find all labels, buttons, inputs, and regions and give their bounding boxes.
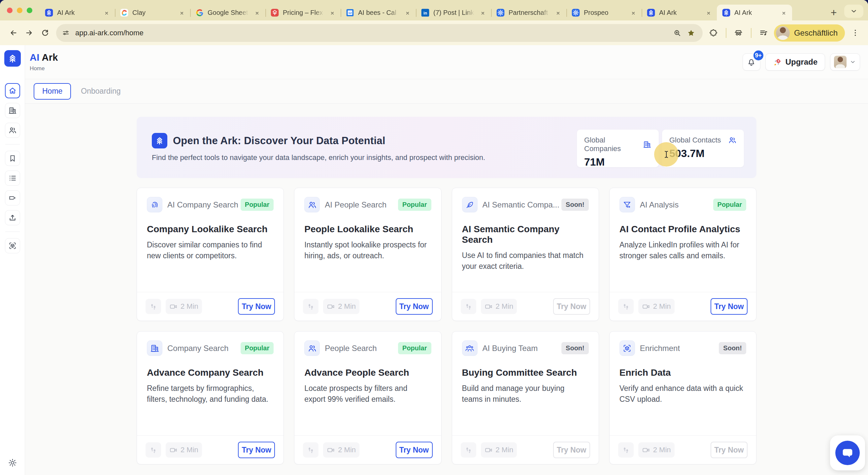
close-tab-icon[interactable] xyxy=(629,8,638,17)
sidebar-item-settings[interactable] xyxy=(5,455,20,470)
browser-menu-button[interactable] xyxy=(847,25,863,40)
reload-button[interactable] xyxy=(37,25,53,41)
sidebar-item-contacts[interactable] xyxy=(5,123,20,138)
reload-icon xyxy=(40,28,50,37)
back-button[interactable] xyxy=(5,25,21,41)
close-tab-icon[interactable] xyxy=(554,8,562,17)
chat-bubble-circle xyxy=(835,441,860,465)
home-icon xyxy=(8,87,17,95)
sidebar-item-companies[interactable] xyxy=(5,103,20,118)
tab-partnerschaft[interactable]: Partnerschaft xyxy=(491,5,566,21)
puzzle-icon xyxy=(709,28,718,37)
browser-profile-chip[interactable]: Geschäftlich xyxy=(774,24,845,41)
tool-card-description: Verify and enhance data with a quick CSV… xyxy=(619,383,746,405)
stat-value: 71M xyxy=(584,156,651,168)
media-controls-button[interactable] xyxy=(756,25,771,40)
extensions-button[interactable] xyxy=(706,25,721,40)
new-tab-button[interactable]: + xyxy=(826,5,842,21)
close-tab-icon[interactable] xyxy=(478,8,487,17)
footsteps-icon xyxy=(307,303,315,311)
account-menu-button[interactable] xyxy=(830,54,860,71)
site-info-button[interactable] xyxy=(59,26,72,40)
sidebar-item-enrichment[interactable] xyxy=(5,238,20,253)
tab-clay[interactable]: Clay xyxy=(115,5,190,21)
minimize-window-button[interactable] xyxy=(17,8,23,13)
tab-ai-ark[interactable]: AI Ark xyxy=(642,5,717,21)
tool-card-title: Advance People Search xyxy=(304,368,431,378)
bookmark-page-button[interactable] xyxy=(684,26,698,40)
tab-ai-ark-active[interactable]: AI Ark xyxy=(717,5,792,21)
flex-fav-icon xyxy=(270,8,279,17)
tab-prospeo[interactable]: Prospeo xyxy=(566,5,642,21)
close-tab-icon[interactable] xyxy=(328,8,337,17)
close-tab-icon[interactable] xyxy=(403,8,412,17)
try-now-button[interactable]: Try Now xyxy=(711,298,747,315)
sidebar-item-tags[interactable] xyxy=(5,190,20,205)
breadcrumb: Home xyxy=(30,65,58,72)
sidebar-item-home[interactable] xyxy=(5,83,20,98)
zoom-page-button[interactable] xyxy=(670,26,684,40)
try-now-button[interactable]: Try Now xyxy=(553,442,590,458)
sidebar-item-bookmarks[interactable] xyxy=(5,151,20,166)
upgrade-button[interactable]: Upgrade xyxy=(765,54,825,71)
fingerprint-icon xyxy=(147,197,162,213)
notifications-button[interactable]: 9+ xyxy=(743,54,761,71)
close-tab-icon[interactable] xyxy=(780,8,788,17)
video-icon xyxy=(642,303,650,311)
tool-card-title: Buying Committee Search xyxy=(462,368,589,378)
cursor-highlight xyxy=(654,142,679,166)
try-now-button[interactable]: Try Now xyxy=(396,442,433,458)
address-bar[interactable]: app.ai-ark.com/home xyxy=(56,24,703,42)
tab-onboarding[interactable]: Onboarding xyxy=(81,87,121,96)
cube-scan-icon xyxy=(619,340,635,356)
sidebar-divider xyxy=(5,231,20,232)
chat-widget-button[interactable] xyxy=(830,435,865,470)
ark-fav-icon xyxy=(722,8,731,17)
sidebar-item-lists[interactable] xyxy=(5,170,20,186)
tool-card-label: Enrichment xyxy=(640,344,680,353)
gear-icon xyxy=(8,458,17,467)
tool-card-description: Locate prospects by filters and export 9… xyxy=(304,383,431,405)
url-text[interactable]: app.ai-ark.com/home xyxy=(75,29,670,37)
video-icon xyxy=(485,303,493,311)
footsteps-icon xyxy=(464,303,473,311)
rocket-icon xyxy=(773,58,782,67)
tab-google-sheet[interactable]: Google Sheet xyxy=(190,5,265,21)
try-now-button[interactable]: Try Now xyxy=(553,298,590,315)
sidebar-item-export[interactable] xyxy=(5,210,20,225)
avatar xyxy=(834,56,846,68)
incognito-button[interactable] xyxy=(731,25,746,40)
close-tab-icon[interactable] xyxy=(178,8,186,17)
close-tab-icon[interactable] xyxy=(102,8,111,17)
tab-search-button[interactable] xyxy=(844,5,863,18)
ark-tree-icon xyxy=(7,53,19,64)
tab-home[interactable]: Home xyxy=(34,83,71,100)
try-now-button[interactable]: Try Now xyxy=(396,298,433,315)
tool-card-footer: 2 Min Try Now xyxy=(294,292,441,321)
close-tab-icon[interactable] xyxy=(704,8,713,17)
close-window-button[interactable] xyxy=(7,8,12,13)
footsteps-chip xyxy=(618,442,634,457)
forward-button[interactable] xyxy=(21,25,37,41)
duration-label: 2 Min xyxy=(338,446,356,454)
tool-card-description: Instantly spot lookalike prospects for h… xyxy=(304,240,431,261)
try-now-button[interactable]: Try Now xyxy=(238,298,275,315)
svg-text:in: in xyxy=(424,10,427,15)
duration-chip: 2 Min xyxy=(323,299,360,314)
video-icon xyxy=(169,303,178,311)
magnifier-plus-icon xyxy=(673,29,682,37)
close-tab-icon[interactable] xyxy=(253,8,261,17)
try-now-button[interactable]: Try Now xyxy=(238,442,275,458)
duration-label: 2 Min xyxy=(496,446,514,454)
sidebar-nav xyxy=(5,83,20,253)
maximize-window-button[interactable] xyxy=(27,8,32,13)
tool-card-footer: 2 Min Try Now xyxy=(137,292,283,321)
tab-pricing-flex[interactable]: Pricing – Flex xyxy=(265,5,341,21)
status-badge: Popular xyxy=(713,198,746,211)
try-now-button[interactable]: Try Now xyxy=(711,442,747,458)
tab-7-post-link[interactable]: in (7) Post | Link xyxy=(416,5,491,21)
tab-ai-ark[interactable]: AI Ark xyxy=(40,5,115,21)
tab-ai-bees-cal[interactable]: 12 AI bees - Cal xyxy=(341,5,416,21)
dots-vertical-icon xyxy=(851,28,860,37)
chevron-down-icon xyxy=(849,59,856,65)
